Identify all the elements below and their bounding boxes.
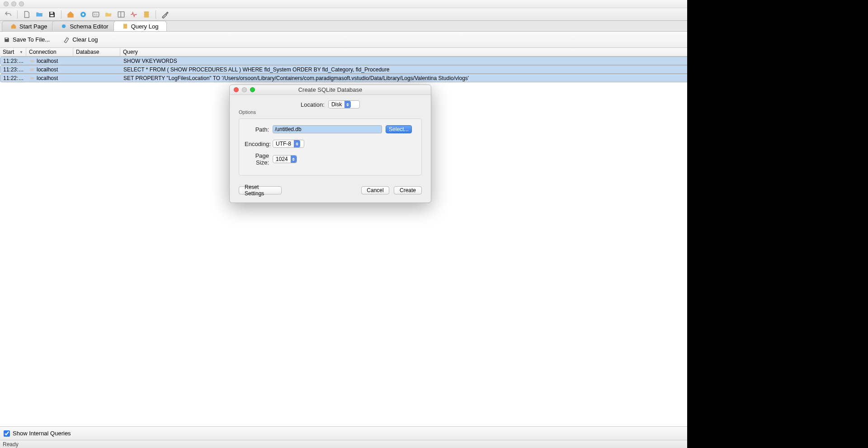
server-manager-icon[interactable] <box>78 10 89 19</box>
reset-settings-button[interactable]: Reset Settings <box>239 186 282 194</box>
location-label: Location: <box>301 101 328 108</box>
encoding-label: Encoding: <box>245 141 273 147</box>
create-button[interactable]: Create <box>394 186 422 194</box>
connection-icon <box>29 58 35 64</box>
options-label: Options <box>239 109 422 115</box>
home-icon[interactable] <box>65 10 76 19</box>
tab-label: Schema Editor <box>70 23 108 30</box>
close-window-button[interactable] <box>4 1 9 6</box>
svg-rect-1 <box>50 14 54 16</box>
undo-icon[interactable] <box>3 10 14 19</box>
report-icon[interactable] <box>141 10 152 19</box>
path-label: Path: <box>245 126 273 133</box>
svg-rect-8 <box>144 11 149 18</box>
col-header-start[interactable]: Start▼ <box>0 48 26 56</box>
cancel-button[interactable]: Cancel <box>361 186 389 194</box>
save-to-file-button[interactable]: Save To File... <box>4 36 50 43</box>
sort-indicator-icon: ▼ <box>19 50 23 54</box>
tab-label: Query Log <box>131 23 159 30</box>
dialog-title: Create SQLite Database <box>230 86 431 93</box>
activity-icon[interactable] <box>128 10 139 19</box>
checkbox-label: Show Internal Queries <box>13 430 71 437</box>
select-path-button[interactable]: Select... <box>386 125 412 133</box>
dialog-titlebar: Create SQLite Database <box>230 85 431 95</box>
connection-icon <box>29 75 35 81</box>
svg-point-3 <box>82 13 85 15</box>
svg-rect-11 <box>5 38 8 38</box>
col-header-connection[interactable]: Connection <box>26 48 73 56</box>
svg-rect-10 <box>123 24 127 29</box>
encoding-select[interactable]: UTF-8 <box>273 140 304 148</box>
new-file-icon[interactable] <box>21 10 32 19</box>
show-internal-queries-checkbox[interactable] <box>4 430 10 437</box>
svg-rect-0 <box>50 12 53 14</box>
chevron-updown-icon <box>291 156 297 163</box>
connection-icon <box>29 67 35 72</box>
path-input[interactable] <box>273 125 382 133</box>
button-label: Clear Log <box>72 36 98 43</box>
letterbox-region <box>687 0 868 448</box>
folder-open-icon[interactable] <box>103 10 114 19</box>
minimize-window-button[interactable] <box>11 1 16 6</box>
svg-point-9 <box>62 24 66 28</box>
tab-schema-editor[interactable]: Schema Editor <box>52 21 117 31</box>
col-header-database[interactable]: Database <box>73 48 120 56</box>
button-label: Save To File... <box>13 36 50 43</box>
create-sqlite-dialog: Create SQLite Database Location: Disk Op… <box>229 85 431 203</box>
chevron-updown-icon <box>344 101 351 108</box>
svg-rect-15 <box>30 68 34 71</box>
pagesize-select[interactable]: 1024 <box>273 155 297 163</box>
zoom-window-button[interactable] <box>19 1 24 6</box>
layout-icon[interactable] <box>116 10 127 19</box>
sql-editor-icon[interactable]: SQL <box>90 10 101 19</box>
clear-log-button[interactable]: Clear Log <box>63 36 98 43</box>
tab-label: Start Page <box>19 23 47 30</box>
svg-rect-16 <box>30 77 34 80</box>
tab-start-page[interactable]: Start Page <box>2 21 56 31</box>
pagesize-label: Page Size: <box>245 152 273 166</box>
options-group: Path: Select... Encoding: UTF-8 Page Siz… <box>239 118 422 175</box>
tab-query-log[interactable]: Query Log <box>113 21 167 31</box>
save-icon[interactable] <box>47 10 57 19</box>
status-text: Ready <box>3 441 19 448</box>
open-folder-icon[interactable] <box>34 10 45 19</box>
location-select[interactable]: Disk <box>328 100 360 108</box>
svg-text:SQL: SQL <box>94 13 99 16</box>
col-header-query[interactable]: Query <box>120 48 761 56</box>
chevron-updown-icon <box>294 140 300 147</box>
color-picker-icon[interactable] <box>160 10 170 19</box>
svg-rect-14 <box>30 60 34 62</box>
